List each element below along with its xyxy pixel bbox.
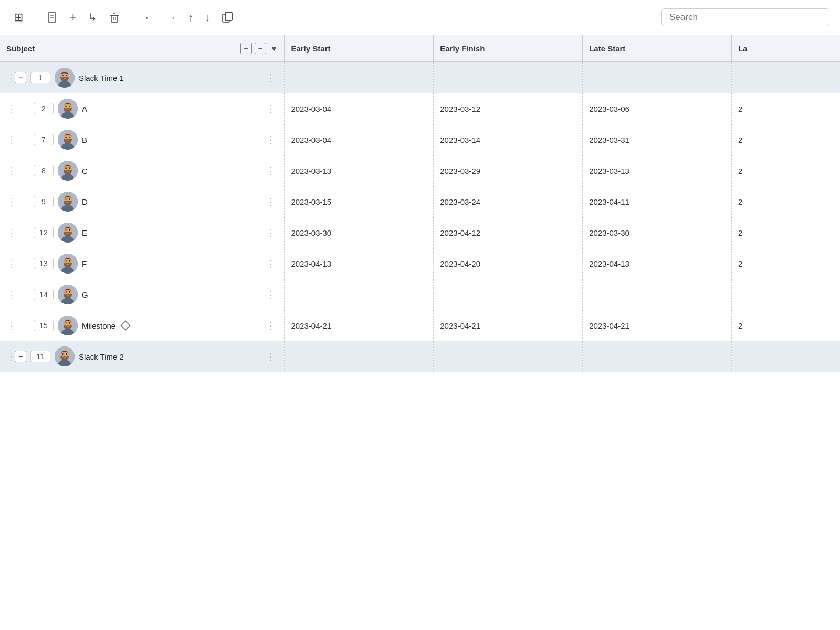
table-row: ⋮9 D⋮2023-03-152023-03-242023-04-112 bbox=[0, 186, 840, 217]
row-context-menu-button[interactable]: ⋮ bbox=[264, 258, 278, 269]
row-number: 14 bbox=[34, 289, 54, 300]
divider-3 bbox=[245, 9, 245, 26]
row-context-menu-button[interactable]: ⋮ bbox=[264, 165, 278, 176]
copy-button[interactable] bbox=[218, 9, 236, 25]
indent-button[interactable]: ↳ bbox=[85, 9, 100, 26]
cell-late_start: 2023-04-21 bbox=[583, 310, 732, 341]
svg-point-21 bbox=[65, 106, 66, 107]
drag-handle[interactable]: ⋮ bbox=[6, 102, 10, 115]
row-context-menu-button[interactable]: ⋮ bbox=[264, 196, 278, 207]
avatar bbox=[55, 68, 75, 88]
subject-cell: ⋮9 D⋮ bbox=[0, 186, 285, 217]
drag-handle[interactable]: ⋮ bbox=[6, 164, 10, 177]
drag-handle[interactable]: ⋮ bbox=[6, 288, 10, 301]
new-icon bbox=[47, 12, 58, 23]
cell-late_start bbox=[583, 279, 732, 310]
cell-early_finish: 2023-04-20 bbox=[434, 248, 583, 279]
cell-early_finish: 2023-03-12 bbox=[434, 93, 583, 124]
divider-1 bbox=[35, 9, 35, 26]
cell-late_start: 2023-04-13 bbox=[583, 248, 732, 279]
cell-early_start: 2023-03-13 bbox=[285, 155, 434, 186]
cell-early_finish: 2023-03-29 bbox=[434, 155, 583, 186]
svg-point-52 bbox=[69, 260, 70, 262]
forward-button[interactable]: → bbox=[163, 9, 180, 26]
cell-early_finish: 2023-04-12 bbox=[434, 217, 583, 248]
svg-point-51 bbox=[65, 260, 66, 262]
drag-handle[interactable]: ⋮ bbox=[6, 350, 10, 363]
svg-point-40 bbox=[69, 198, 70, 200]
subject-cell: ⋮15 Milestone⋮ bbox=[0, 310, 285, 341]
task-name: Milestone bbox=[82, 321, 116, 330]
svg-point-16 bbox=[66, 75, 67, 76]
row-context-menu-button[interactable]: ⋮ bbox=[264, 289, 278, 300]
cell-early_start bbox=[285, 279, 434, 310]
drag-handle[interactable]: ⋮ bbox=[6, 71, 10, 84]
cell-early_start: 2023-03-04 bbox=[285, 93, 434, 124]
task-name: E bbox=[82, 228, 87, 237]
col-header-early-start: Early Start bbox=[285, 35, 434, 62]
drag-handle[interactable]: ⋮ bbox=[6, 195, 10, 208]
subject-cell: ⋮8 C⋮ bbox=[0, 155, 285, 186]
task-name: D bbox=[82, 197, 88, 206]
cell-late_start bbox=[583, 341, 732, 372]
subject-cell: ⋮−1 Slack Time 1⋮ bbox=[0, 62, 285, 93]
cell-late: 2 bbox=[732, 186, 841, 217]
cell-early_start: 2023-04-13 bbox=[285, 248, 434, 279]
cell-late: 2 bbox=[732, 93, 841, 124]
svg-point-34 bbox=[69, 167, 70, 169]
row-number: 8 bbox=[34, 165, 54, 176]
avatar bbox=[58, 130, 78, 150]
up-button[interactable]: ↑ bbox=[185, 9, 196, 26]
svg-point-69 bbox=[62, 353, 63, 355]
drag-handle[interactable]: ⋮ bbox=[6, 319, 10, 332]
collapse-button[interactable]: − bbox=[15, 351, 26, 362]
cell-late_start: 2023-04-11 bbox=[583, 186, 732, 217]
col-header-late-start: Late Start bbox=[583, 35, 732, 62]
cell-early_start bbox=[285, 341, 434, 372]
col-header-early-finish: Early Finish bbox=[434, 35, 583, 62]
grid-button[interactable]: ⊞ bbox=[10, 8, 26, 26]
drag-handle[interactable]: ⋮ bbox=[6, 226, 10, 239]
svg-point-45 bbox=[65, 229, 66, 231]
task-name: B bbox=[82, 135, 87, 144]
cell-early_start: 2023-03-15 bbox=[285, 186, 434, 217]
task-name: Slack Time 2 bbox=[79, 352, 124, 361]
cell-early_start: 2023-03-30 bbox=[285, 217, 434, 248]
cell-early_start: 2023-04-21 bbox=[285, 310, 434, 341]
drag-handle[interactable]: ⋮ bbox=[6, 133, 10, 146]
cell-late: 2 bbox=[732, 310, 841, 341]
cell-late_start: 2023-03-06 bbox=[583, 93, 732, 124]
row-context-menu-button[interactable]: ⋮ bbox=[264, 72, 278, 83]
cell-late bbox=[732, 341, 841, 372]
add-button[interactable]: + bbox=[67, 8, 80, 26]
row-context-menu-button[interactable]: ⋮ bbox=[264, 227, 278, 238]
cell-late: 2 bbox=[732, 124, 841, 155]
collapse-button[interactable]: − bbox=[15, 72, 26, 83]
cell-late: 2 bbox=[732, 217, 841, 248]
divider-2 bbox=[132, 9, 132, 26]
filter-icon[interactable]: ▼ bbox=[270, 44, 278, 53]
svg-point-70 bbox=[66, 353, 67, 355]
back-button[interactable]: ← bbox=[141, 9, 158, 26]
row-context-menu-button[interactable]: ⋮ bbox=[264, 351, 278, 362]
delete-button[interactable] bbox=[106, 9, 123, 25]
collapse-all-button[interactable]: − bbox=[255, 43, 266, 54]
search-input[interactable] bbox=[669, 12, 822, 23]
row-number: 11 bbox=[30, 351, 50, 362]
new-button[interactable] bbox=[44, 9, 61, 25]
delete-icon bbox=[109, 12, 120, 23]
row-context-menu-button[interactable]: ⋮ bbox=[264, 320, 278, 331]
cell-early_finish: 2023-03-14 bbox=[434, 124, 583, 155]
table-row: ⋮15 Milestone⋮2023-04-212023-04-212023-0… bbox=[0, 310, 840, 341]
row-context-menu-button[interactable]: ⋮ bbox=[264, 103, 278, 114]
cell-late: 2 bbox=[732, 155, 841, 186]
task-name: G bbox=[82, 290, 88, 299]
expand-all-button[interactable]: + bbox=[240, 43, 252, 54]
row-context-menu-button[interactable]: ⋮ bbox=[264, 134, 278, 145]
avatar bbox=[58, 316, 78, 335]
drag-handle[interactable]: ⋮ bbox=[6, 257, 10, 270]
task-table-wrapper: Subject + − ▼ Early Start Early Finish bbox=[0, 35, 840, 372]
down-button[interactable]: ↓ bbox=[202, 9, 213, 26]
svg-rect-3 bbox=[111, 15, 118, 22]
avatar bbox=[58, 192, 78, 212]
